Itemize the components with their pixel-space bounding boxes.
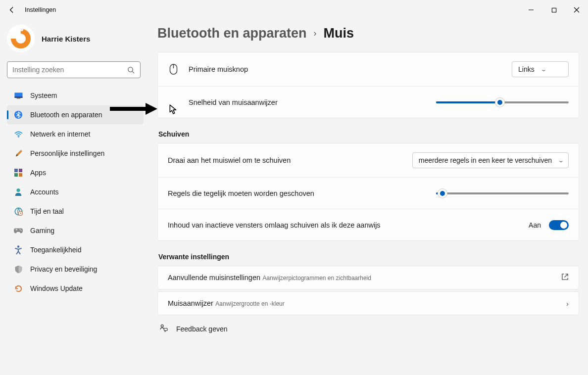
user-name: Harrie Kisters — [42, 35, 90, 43]
dropdown-value: meerdere regels in een keer te verschuiv… — [419, 156, 552, 164]
main-content: Bluetooth en apparaten › Muis Primaire m… — [148, 20, 588, 344]
scroll-wheel-dropdown[interactable]: meerdere regels in een keer te verschuiv… — [412, 152, 569, 168]
svg-rect-5 — [14, 96, 22, 97]
svg-rect-6 — [16, 98, 20, 99]
link-subtitle: Aanwijzergrootte en -kleur — [215, 300, 284, 307]
svg-rect-10 — [19, 169, 22, 172]
sidebar-item-personalization[interactable]: Persoonlijke instellingen — [7, 144, 144, 163]
mouse-icon — [168, 64, 179, 75]
search-icon — [127, 66, 135, 74]
inactive-scroll-label: Inhoud van inactieve vensters omlaag sch… — [168, 221, 381, 229]
svg-rect-22 — [164, 328, 167, 331]
shield-icon — [14, 265, 23, 274]
sidebar-item-label: Systeem — [30, 92, 57, 99]
lines-at-once-label: Regels die tegelijk moeten worden gescho… — [168, 189, 314, 197]
pointer-speed-label: Snelheid van muisaanwijzer — [189, 98, 278, 106]
minimize-button[interactable] — [520, 0, 542, 20]
sidebar-item-label: Toegankelijkheid — [30, 246, 82, 254]
sidebar-item-gaming[interactable]: Gaming — [7, 221, 144, 240]
svg-rect-11 — [14, 173, 18, 177]
accessibility-icon — [14, 245, 23, 254]
wifi-icon — [14, 130, 23, 139]
person-icon — [14, 188, 23, 196]
sidebar-item-label: Gaming — [30, 227, 54, 234]
inactive-scroll-row: Inhoud van inactieve vensters omlaag sch… — [158, 209, 579, 240]
svg-point-21 — [161, 325, 163, 327]
update-icon — [14, 284, 23, 293]
sidebar-item-privacy[interactable]: Privacy en beveiliging — [7, 260, 144, 279]
search-box[interactable] — [7, 61, 141, 78]
maximize-button[interactable] — [542, 0, 565, 20]
sidebar-item-label: Privacy en beveiliging — [30, 265, 97, 273]
feedback-icon — [159, 324, 168, 334]
svg-point-2 — [20, 28, 23, 31]
scroll-heading: Schuiven — [158, 130, 579, 138]
breadcrumb-parent[interactable]: Bluetooth en apparaten — [157, 26, 307, 41]
chevron-right-icon: › — [314, 28, 317, 39]
svg-point-13 — [16, 188, 20, 192]
svg-point-8 — [18, 137, 19, 138]
extra-mouse-link[interactable]: Aanvullende muisinstellingen Aanwijzerpi… — [157, 266, 579, 289]
scroll-wheel-label: Draai aan het muiswiel om te schuiven — [168, 156, 291, 164]
user-block[interactable]: Harrie Kisters — [7, 25, 144, 52]
search-input[interactable] — [12, 66, 127, 74]
chevron-down-icon: ⌄ — [558, 157, 564, 164]
lines-at-once-row: Regels die tegelijk moeten worden gescho… — [158, 177, 579, 209]
avatar — [7, 25, 35, 52]
sidebar-item-label: Tijd en taal — [30, 207, 64, 215]
svg-point-3 — [128, 67, 133, 71]
link-title: Aanvullende muisinstellingen — [168, 274, 260, 281]
sidebar: Harrie Kisters Systeem Bluetooth en appa… — [0, 20, 148, 344]
sidebar-item-label: Netwerk en internet — [30, 130, 90, 138]
breadcrumb: Bluetooth en apparaten › Muis — [157, 26, 579, 41]
sidebar-item-label: Bluetooth en apparaten — [30, 111, 102, 119]
pointer-link[interactable]: Muisaanwijzer Aanwijzergrootte en -kleur… — [157, 291, 579, 315]
chevron-down-icon: ⌄ — [540, 66, 547, 73]
svg-point-16 — [20, 229, 21, 230]
lines-at-once-slider[interactable] — [436, 189, 569, 197]
sidebar-item-label: Apps — [30, 169, 46, 177]
sidebar-item-accessibility[interactable]: Toegankelijkheid — [7, 240, 144, 259]
sidebar-item-update[interactable]: Windows Update — [7, 279, 144, 298]
sidebar-item-time[interactable]: Tijd en taal — [7, 202, 144, 221]
svg-rect-12 — [19, 173, 22, 177]
sidebar-item-label: Windows Update — [30, 284, 83, 292]
primary-button-dropdown[interactable]: Links ⌄ — [512, 61, 569, 77]
sidebar-item-accounts[interactable]: Accounts — [7, 183, 144, 201]
mouse-basic-card: Primaire muisknop Links ⌄ Snelheid van m… — [157, 52, 579, 118]
breadcrumb-current: Muis — [324, 26, 354, 41]
scroll-wheel-row: Draai aan het muiswiel om te schuiven me… — [158, 143, 579, 177]
link-title: Muisaanwijzer — [168, 299, 213, 307]
titlebar: Instellingen — [0, 0, 588, 20]
feedback-link[interactable]: Feedback geven — [157, 319, 579, 339]
sidebar-item-label: Accounts — [30, 188, 59, 196]
brush-icon — [14, 149, 23, 158]
related-heading: Verwante instellingen — [158, 253, 579, 261]
sidebar-item-apps[interactable]: Apps — [7, 163, 144, 182]
primary-button-row: Primaire muisknop Links ⌄ — [158, 52, 579, 86]
chevron-right-icon: › — [566, 299, 569, 308]
close-button[interactable] — [565, 0, 588, 20]
sidebar-item-label: Persoonlijke instellingen — [30, 149, 104, 157]
open-external-icon — [561, 273, 569, 282]
window-title: Instellingen — [25, 6, 56, 13]
pointer-speed-slider[interactable] — [436, 98, 569, 106]
sidebar-item-bluetooth[interactable]: Bluetooth en apparaten — [7, 105, 144, 124]
window-controls — [520, 0, 588, 20]
globe-clock-icon — [14, 207, 23, 216]
svg-point-17 — [21, 230, 22, 231]
sidebar-item-network[interactable]: Netwerk en internet — [7, 125, 144, 143]
back-button[interactable] — [7, 6, 17, 13]
svg-point-18 — [17, 245, 19, 247]
inactive-scroll-toggle[interactable] — [549, 220, 569, 230]
feedback-label: Feedback geven — [176, 325, 228, 333]
link-subtitle: Aanwijzerpictogrammen en zichtbaarheid — [262, 275, 371, 281]
scroll-card: Draai aan het muiswiel om te schuiven me… — [157, 143, 579, 241]
sidebar-item-system[interactable]: Systeem — [7, 86, 144, 105]
primary-button-label: Primaire muisknop — [189, 65, 248, 73]
bluetooth-icon — [14, 111, 23, 119]
svg-rect-0 — [552, 8, 556, 12]
gamepad-icon — [14, 227, 23, 234]
toggle-state-label: Aan — [529, 221, 541, 229]
apps-icon — [14, 169, 23, 177]
